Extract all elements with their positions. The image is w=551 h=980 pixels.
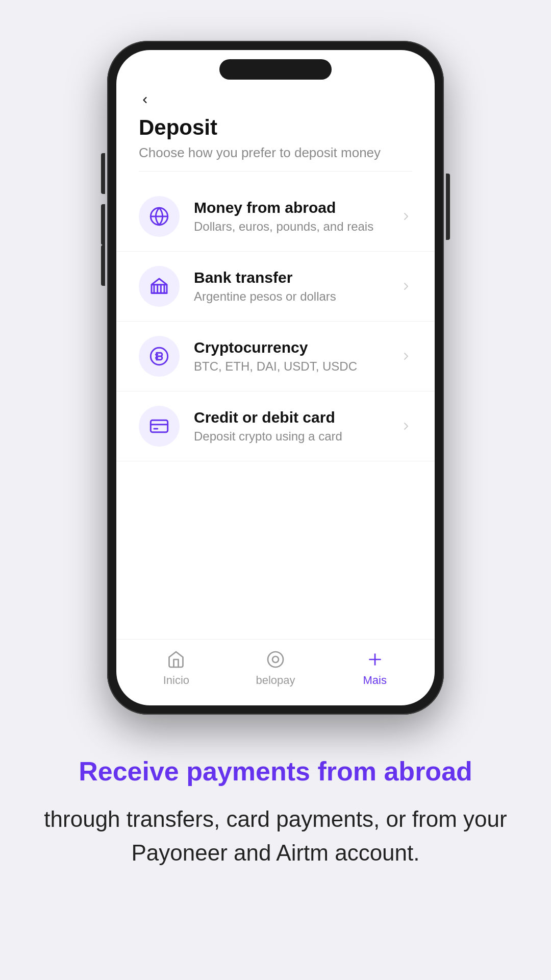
nav-label-belopay: belopay: [256, 674, 295, 687]
nav-label-mais: Mais: [363, 674, 386, 687]
bank-transfer-icon-wrapper: [139, 266, 180, 307]
money-abroad-icon-wrapper: [139, 196, 180, 237]
phone-wrapper: Deposit Choose how you prefer to deposit…: [107, 41, 444, 715]
money-abroad-chevron: [400, 210, 412, 223]
bank-transfer-text: Bank transfer Argentine pesos or dollars: [194, 269, 386, 304]
menu-item-bank-transfer[interactable]: Bank transfer Argentine pesos or dollars: [116, 252, 435, 322]
back-arrow-icon: [139, 94, 151, 106]
cryptocurrency-title: Cryptocurrency: [194, 339, 386, 356]
svg-rect-12: [151, 420, 167, 432]
header-divider: [139, 171, 412, 172]
cryptocurrency-text: Cryptocurrency BTC, ETH, DAI, USDT, USDC: [194, 339, 386, 374]
bottom-body: through transfers, card payments, or fro…: [41, 802, 510, 870]
cryptocurrency-chevron: [400, 350, 412, 362]
money-abroad-desc: Dollars, euros, pounds, and reais: [194, 219, 386, 234]
page-subtitle: Choose how you prefer to deposit money: [139, 145, 412, 161]
header: Deposit Choose how you prefer to deposit…: [116, 80, 435, 177]
credit-card-chevron: [400, 420, 412, 432]
money-abroad-text: Money from abroad Dollars, euros, pounds…: [194, 199, 386, 234]
money-abroad-title: Money from abroad: [194, 199, 386, 216]
credit-card-desc: Deposit crypto using a card: [194, 429, 386, 444]
credit-card-text: Credit or debit card Deposit crypto usin…: [194, 409, 386, 444]
phone-screen: Deposit Choose how you prefer to deposit…: [116, 50, 435, 705]
credit-card-icon-wrapper: [139, 406, 180, 447]
menu-item-credit-card[interactable]: Credit or debit card Deposit crypto usin…: [116, 391, 435, 461]
menu-list: Money from abroad Dollars, euros, pounds…: [116, 177, 435, 639]
nav-item-mais[interactable]: Mais: [325, 648, 424, 687]
nav-label-inicio: Inicio: [163, 674, 189, 687]
bottom-headline: Receive payments from abroad: [41, 755, 510, 787]
globe-icon: [149, 206, 169, 227]
bank-transfer-chevron: [400, 280, 412, 292]
bank-icon: [149, 276, 169, 297]
bitcoin-icon: [149, 346, 169, 366]
credit-card-icon: [149, 416, 169, 436]
bank-transfer-title: Bank transfer: [194, 269, 386, 286]
phone-shell: Deposit Choose how you prefer to deposit…: [107, 41, 444, 715]
svg-point-15: [268, 652, 283, 667]
credit-card-title: Credit or debit card: [194, 409, 386, 426]
bottom-nav: Inicio belopay: [116, 639, 435, 705]
dynamic-island: [219, 59, 332, 80]
cryptocurrency-desc: BTC, ETH, DAI, USDT, USDC: [194, 359, 386, 374]
bank-transfer-desc: Argentine pesos or dollars: [194, 289, 386, 304]
menu-item-cryptocurrency[interactable]: Cryptocurrency BTC, ETH, DAI, USDT, USDC: [116, 322, 435, 391]
nav-item-belopay[interactable]: belopay: [226, 648, 325, 687]
home-icon: [165, 648, 187, 671]
back-button[interactable]: [139, 94, 412, 106]
bottom-text-section: Receive payments from abroad through tra…: [0, 755, 551, 921]
menu-item-money-abroad[interactable]: Money from abroad Dollars, euros, pounds…: [116, 182, 435, 252]
app-content: Deposit Choose how you prefer to deposit…: [116, 80, 435, 705]
belopay-icon: [264, 648, 287, 671]
nav-item-inicio[interactable]: Inicio: [127, 648, 226, 687]
cryptocurrency-icon-wrapper: [139, 336, 180, 377]
svg-point-16: [272, 656, 279, 663]
page-title: Deposit: [139, 115, 412, 140]
mais-icon: [364, 648, 386, 671]
